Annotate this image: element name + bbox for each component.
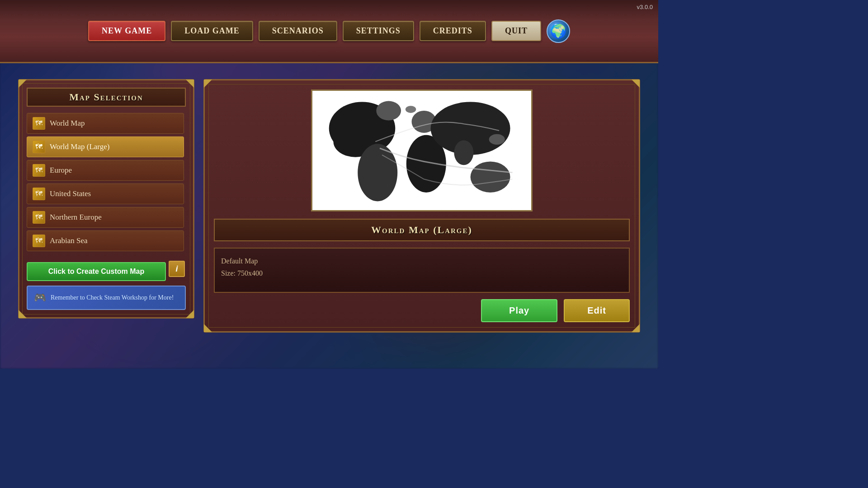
map-preview-svg <box>312 91 531 210</box>
globe-icon[interactable]: 🌍 <box>547 19 570 43</box>
map-item-label-europe: Europe <box>50 166 72 175</box>
nav-buttons-container: NEW GAME LOAD GAME SCENARIOS SETTINGS CR… <box>88 19 570 43</box>
preview-corner-br <box>632 324 640 332</box>
map-item-arabian-sea[interactable]: 🗺 Arabian Sea <box>27 230 184 251</box>
map-item-europe[interactable]: 🗺 Europe <box>27 160 184 181</box>
scenarios-button[interactable]: SCENARIOS <box>259 21 337 41</box>
new-game-button[interactable]: NEW GAME <box>88 21 165 41</box>
preview-corner-tl <box>204 80 212 88</box>
map-info-line2: Size: 750x400 <box>221 267 623 279</box>
map-icon-europe: 🗺 <box>33 164 45 177</box>
map-preview-image-container <box>311 89 533 211</box>
map-info-box: Default Map Size: 750x400 <box>214 248 630 293</box>
map-selection-title: Map Selection <box>27 88 186 107</box>
corner-tr <box>186 80 194 88</box>
svg-point-9 <box>471 161 510 192</box>
map-item-world-map[interactable]: 🗺 World Map <box>27 113 184 134</box>
credits-button[interactable]: CREDITS <box>420 21 486 41</box>
map-icon-united-states: 🗺 <box>33 188 45 200</box>
quit-button[interactable]: QUIT <box>491 21 541 41</box>
play-button[interactable]: Play <box>481 299 557 322</box>
corner-br <box>186 310 194 318</box>
selected-map-name-display: World Map (Large) <box>214 219 630 241</box>
map-item-northern-europe[interactable]: 🗺 Northern Europe <box>27 207 184 228</box>
map-item-label-arabian-sea: Arabian Sea <box>50 236 88 245</box>
steam-icon: 🎮 <box>34 292 46 304</box>
corner-tl <box>19 80 27 88</box>
svg-point-3 <box>376 101 401 120</box>
map-icon-world-map-large: 🗺 <box>33 141 45 153</box>
top-navigation-bar: v3.0.0 NEW GAME LOAD GAME SCENARIOS SETT… <box>0 0 658 63</box>
custom-map-row: Click to Create Custom Map i <box>27 257 186 281</box>
svg-point-11 <box>406 106 416 113</box>
corner-bl <box>19 310 27 318</box>
map-item-label-northern-europe: Northern Europe <box>50 213 102 222</box>
preview-corner-bl <box>204 324 212 332</box>
action-buttons-row: Play Edit <box>214 299 630 322</box>
main-content: Map Selection 🗺 World Map 🗺 World Map (L… <box>0 66 658 369</box>
map-item-world-map-large[interactable]: 🗺 World Map (Large) <box>27 136 184 157</box>
svg-point-8 <box>454 141 473 165</box>
preview-corner-tr <box>632 80 640 88</box>
map-item-united-states[interactable]: 🗺 United States <box>27 183 184 204</box>
steam-workshop-banner[interactable]: 🎮 Remember to Check Steam Workshop for M… <box>27 286 186 310</box>
load-game-button[interactable]: LOAD GAME <box>171 21 253 41</box>
settings-button[interactable]: SETTINGS <box>343 21 414 41</box>
steam-workshop-text: Remember to Check Steam Workshop for Mor… <box>51 293 174 302</box>
edit-button[interactable]: Edit <box>564 299 630 322</box>
map-icon-northern-europe: 🗺 <box>33 211 45 224</box>
map-preview-panel: World Map (Large) Default Map Size: 750x… <box>203 79 640 333</box>
svg-point-10 <box>489 134 505 145</box>
custom-map-button[interactable]: Click to Create Custom Map <box>27 262 166 281</box>
map-icon-world-map: 🗺 <box>33 117 45 130</box>
map-item-label-world-map: World Map <box>50 119 85 128</box>
version-label: v3.0.0 <box>637 4 653 10</box>
map-selection-panel: Map Selection 🗺 World Map 🗺 World Map (L… <box>18 79 194 319</box>
info-button[interactable]: i <box>169 261 185 277</box>
map-item-label-united-states: United States <box>50 189 91 198</box>
map-icon-arabian-sea: 🗺 <box>33 235 45 247</box>
map-list: 🗺 World Map 🗺 World Map (Large) 🗺 Europe… <box>27 113 186 251</box>
map-item-label-world-map-large: World Map (Large) <box>50 142 109 151</box>
map-info-line1: Default Map <box>221 255 623 267</box>
